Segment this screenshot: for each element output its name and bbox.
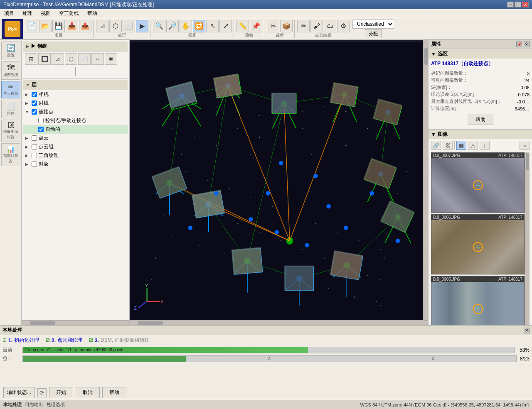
layer-item-triangle[interactable]: ▶ 三角纹理 [23, 151, 128, 160]
image-item-2[interactable]: DJI_0005.JPG ATP: 148317 [431, 276, 525, 325]
proc-tab-2-check[interactable]: ☑ [89, 338, 93, 343]
layer-item-connection[interactable]: ▼ 连接点 [23, 108, 128, 116]
img-tool-expand[interactable]: » [520, 141, 530, 150]
zoom-in-button[interactable]: 🔍 [153, 20, 165, 32]
menu-item-process[interactable]: 处理 [20, 9, 35, 18]
menu-item-view[interactable]: 视图 [38, 9, 53, 18]
start-button[interactable]: 开始 [49, 387, 73, 398]
create-tool-1[interactable]: ⊞ [25, 53, 37, 65]
viewport-scrollbar-thumb-v[interactable] [424, 48, 428, 65]
img-tool-list[interactable]: △ [468, 141, 478, 150]
measure-button[interactable]: 📏 [236, 20, 249, 32]
clip-button[interactable]: ✂ [267, 20, 279, 32]
index-calculator-button[interactable]: 📊 指数计算器 [1, 143, 20, 166]
connection-checkbox[interactable] [32, 109, 37, 115]
create-tool-4[interactable]: ⬡ [65, 53, 77, 65]
edit-pencil-button[interactable]: ✏ [297, 20, 310, 32]
maximize-button[interactable]: □ [515, 2, 521, 7]
paint-button[interactable]: 🖌 [310, 20, 323, 32]
camera-checkbox[interactable] [32, 92, 37, 97]
bottom-help-button[interactable]: 帮助 [102, 387, 126, 398]
viewport-scrollbar-thumb-h[interactable] [138, 321, 163, 325]
cancel-button[interactable]: 取消 [76, 387, 100, 398]
zoom-out-button[interactable]: 🔎 [166, 20, 179, 32]
stockpile-button[interactable]: ⬜ 堆体 [1, 100, 20, 118]
local-processing-tab[interactable]: 本地处理 [3, 402, 22, 408]
viewport-scrollbar-h[interactable] [130, 320, 428, 325]
pointcloud-button[interactable]: ⬡ [109, 20, 122, 32]
properties-help-button[interactable]: 帮助 [467, 115, 494, 125]
panel-pin-button[interactable]: 📌 [516, 42, 522, 47]
image-panel-scrollbar-thumb[interactable] [526, 153, 529, 170]
img-tool-sort[interactable]: ↕ [480, 141, 490, 150]
menu-item-help[interactable]: 帮助 [85, 9, 100, 18]
box-button[interactable]: 📦 [280, 20, 293, 32]
triangle-expand-arrow[interactable]: ▶ [25, 153, 30, 158]
camera-expand-arrow[interactable]: ▶ [25, 92, 30, 97]
create-tool-2[interactable]: 🔲 [38, 53, 51, 65]
bottom-panel-close-button[interactable]: ✕ [524, 328, 530, 333]
minimize-button[interactable]: ─ [507, 2, 514, 7]
reset-view-button[interactable]: 🔄 重置 [1, 42, 20, 60]
output-state-button[interactable]: 输出状态... [3, 387, 35, 398]
dsm-button[interactable]: ⬜ [123, 20, 135, 32]
select-button[interactable]: ↖ [206, 20, 219, 32]
viewport-scrollbar-v[interactable] [423, 40, 428, 320]
export-button[interactable]: 📤 [79, 20, 91, 32]
proc-tab-1[interactable]: ☑ 2. 点云和纹理 [46, 337, 82, 344]
auto-checkbox[interactable] [38, 127, 44, 132]
create-tool-3[interactable]: ⊿ [52, 53, 64, 65]
create-tool-7[interactable]: ✱ [105, 53, 117, 65]
mosaic-editor-button[interactable]: 🖼 镶嵌图编辑器 [1, 120, 20, 142]
scene-canvas[interactable]: X Y Z [130, 40, 428, 325]
map-view-button[interactable]: 🗺 地图视图 [1, 61, 20, 80]
create-tool-5[interactable]: ⬜ [78, 53, 91, 65]
layer-item-auto[interactable]: 自动的 [23, 125, 128, 134]
close-button[interactable]: ✕ [522, 2, 529, 7]
distribute-button[interactable]: 分配 [365, 29, 382, 38]
proc-tab-0[interactable]: ☑ 1. 初始化处理 [2, 337, 39, 344]
pan-button[interactable]: ✋ [180, 20, 192, 32]
create-tool-6[interactable]: ↔ [91, 53, 104, 65]
layer-item-camera[interactable]: ▶ 相机 [23, 90, 128, 99]
pcgroup-expand-arrow[interactable]: ▶ [25, 144, 30, 149]
filter-button[interactable]: ⚙ [337, 20, 350, 32]
layer-panel-scrollbar-h[interactable] [22, 320, 129, 325]
control-pts-checkbox[interactable] [38, 118, 44, 123]
viewport[interactable]: X Y Z [130, 40, 428, 325]
refresh-button[interactable]: ⟳ [37, 388, 47, 397]
ray-checkbox[interactable] [32, 100, 37, 106]
pointcloud-checkbox[interactable] [32, 135, 37, 141]
run-process-button[interactable]: ▶ [136, 20, 148, 32]
new-project-button[interactable]: 📄 [26, 20, 38, 32]
proc-tab-1-check[interactable]: ☑ [46, 338, 50, 343]
image-item-1[interactable]: DJI_0006.JPG ATP: 148317 [431, 214, 525, 274]
log-output-tab[interactable]: 日志输出 [25, 402, 43, 408]
layer-item-pcgroup[interactable]: ▶ 点云组 [23, 142, 128, 151]
menu-item-project[interactable]: 项目 [2, 9, 17, 18]
proc-tab-2[interactable]: ☑ 3. DSM, 正射影像和指数 [89, 337, 149, 344]
object-expand-arrow[interactable]: ▶ [25, 162, 30, 167]
sar-button[interactable]: ✏ 空三射线 [1, 81, 20, 98]
pcgroup-checkbox[interactable] [32, 144, 37, 149]
import-button[interactable]: 📥 [66, 20, 78, 32]
img-tool-grid[interactable]: ▦ [456, 141, 466, 150]
proc-tab-0-check[interactable]: ☑ [2, 338, 7, 343]
image-panel-scrollbar-v[interactable] [525, 152, 530, 325]
annotate-button[interactable]: 📌 [250, 20, 262, 32]
fit-button[interactable]: ⤢ [219, 20, 232, 32]
rotate-button[interactable]: 🔁 [193, 20, 205, 32]
ray-expand-arrow[interactable]: ▶ [25, 101, 30, 105]
pointcloud-expand-arrow[interactable]: ▶ [25, 136, 30, 140]
triangle-checkbox[interactable] [32, 153, 37, 158]
image-item-0[interactable]: DJI_0007.JPG ATP: 148317 [431, 152, 525, 213]
proc-options-tab[interactable]: 处理选项 [47, 402, 65, 408]
object-checkbox[interactable] [32, 162, 37, 167]
layer-item-pointcloud[interactable]: ▶ 点云 [23, 134, 128, 142]
img-tool-unlink[interactable]: ⛓ [443, 141, 453, 150]
panel-close-button[interactable]: ✕ [524, 42, 530, 47]
classification-dropdown[interactable]: Unclassified [352, 20, 394, 29]
layer-item-control-pts[interactable]: 控制点/手动连接点 [23, 116, 128, 125]
classify-button[interactable]: 🗂 [324, 20, 336, 32]
menu-item-sar[interactable]: 空三射线 [57, 9, 81, 18]
